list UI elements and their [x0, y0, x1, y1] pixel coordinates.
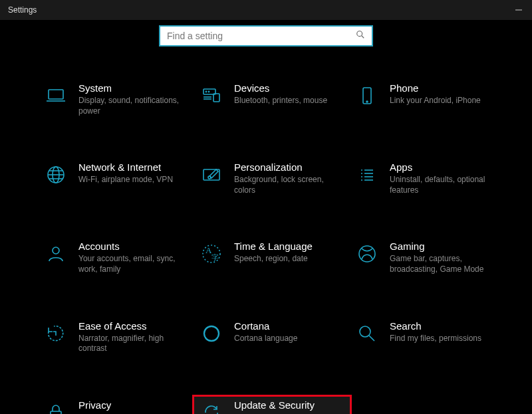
window-title: Settings [5, 5, 37, 15]
category-title: Search [390, 320, 481, 332]
search-container [0, 20, 532, 53]
category-desc: Narrator, magnifier, high contrast [78, 334, 190, 354]
devices-icon [198, 82, 225, 109]
svg-point-28 [53, 247, 59, 254]
category-ease-of-access[interactable]: Ease of AccessNarrator, magnifier, high … [39, 318, 194, 358]
settings-grid: SystemDisplay, sound, notifications, pow… [0, 53, 532, 414]
category-system[interactable]: SystemDisplay, sound, notifications, pow… [39, 80, 194, 120]
category-desc: Background, lock screen, colors [234, 175, 346, 195]
minimize-button[interactable] [515, 6, 523, 14]
category-update-security[interactable]: Update & SecurityWindows Update, recover… [194, 397, 350, 414]
svg-point-32 [359, 246, 375, 262]
svg-point-33 [204, 326, 219, 341]
category-gaming[interactable]: GamingGame bar, captures, broadcasting, … [350, 238, 505, 278]
magnifier-icon [354, 320, 380, 347]
category-desc: Speech, region, date [234, 254, 313, 264]
search-input[interactable] [167, 31, 356, 41]
category-title: Update & Security [234, 399, 346, 411]
list-icon [354, 161, 380, 188]
window-controls [515, 6, 527, 14]
category-desc: Find my files, permissions [390, 334, 481, 344]
svg-point-7 [205, 91, 206, 92]
svg-line-2 [362, 36, 364, 39]
category-privacy[interactable]: PrivacyLocation, camera, microphone [39, 397, 194, 414]
category-title: Network & Internet [78, 161, 173, 173]
globe-icon [43, 161, 69, 188]
category-title: Ease of Access [78, 320, 190, 332]
laptop-icon [43, 82, 69, 109]
category-title: Cortana [234, 320, 297, 332]
svg-point-34 [360, 326, 370, 337]
category-title: Accounts [78, 241, 190, 253]
category-desc: Link your Android, iPhone [390, 96, 481, 106]
search-icon [356, 30, 365, 42]
category-desc: Wi-Fi, airplane mode, VPN [78, 175, 173, 185]
svg-rect-3 [49, 90, 63, 99]
category-personalization[interactable]: PersonalizationBackground, lock screen, … [194, 159, 350, 199]
cortana-icon [198, 320, 225, 347]
category-time[interactable]: A字 Time & LanguageSpeech, region, date [194, 238, 350, 278]
category-desc: Display, sound, notifications, power [78, 96, 190, 116]
category-desc: Uninstall, defaults, optional features [390, 175, 501, 195]
update-icon [198, 399, 225, 414]
ease-icon [43, 320, 69, 347]
svg-point-12 [366, 101, 368, 102]
category-desc: Bluetooth, printers, mouse [234, 96, 327, 106]
person-icon [43, 241, 69, 267]
category-title: Phone [390, 82, 481, 94]
brush-icon [198, 161, 225, 188]
category-title: Personalization [234, 161, 346, 173]
svg-point-8 [208, 91, 209, 92]
xbox-icon [354, 241, 380, 267]
category-cortana[interactable]: CortanaCortana language [194, 318, 350, 358]
category-search[interactable]: SearchFind my files, permissions [350, 318, 505, 358]
svg-rect-6 [213, 94, 219, 102]
category-title: Devices [234, 82, 327, 94]
window-titlebar: Settings [0, 0, 532, 20]
category-desc: Game bar, captures, broadcasting, Game M… [390, 254, 501, 274]
category-desc: Your accounts, email, sync, work, family [78, 254, 190, 274]
category-title: Gaming [390, 241, 501, 253]
svg-point-1 [357, 31, 362, 37]
svg-point-19 [208, 176, 211, 179]
svg-rect-36 [51, 411, 61, 414]
category-title: Apps [390, 161, 501, 173]
svg-line-35 [369, 336, 374, 341]
category-title: Time & Language [234, 241, 313, 253]
category-network[interactable]: Network & InternetWi-Fi, airplane mode, … [39, 159, 194, 199]
phone-icon [354, 82, 380, 109]
category-accounts[interactable]: AccountsYour accounts, email, sync, work… [39, 238, 194, 278]
search-box[interactable] [159, 25, 373, 47]
category-title: System [78, 82, 190, 94]
category-title: Privacy [78, 399, 186, 411]
category-apps[interactable]: AppsUninstall, defaults, optional featur… [350, 159, 505, 199]
category-phone[interactable]: PhoneLink your Android, iPhone [350, 80, 505, 120]
lock-icon [43, 399, 69, 414]
category-devices[interactable]: DevicesBluetooth, printers, mouse [194, 80, 350, 120]
category-desc: Cortana language [234, 334, 297, 344]
language-icon: A字 [198, 241, 225, 267]
